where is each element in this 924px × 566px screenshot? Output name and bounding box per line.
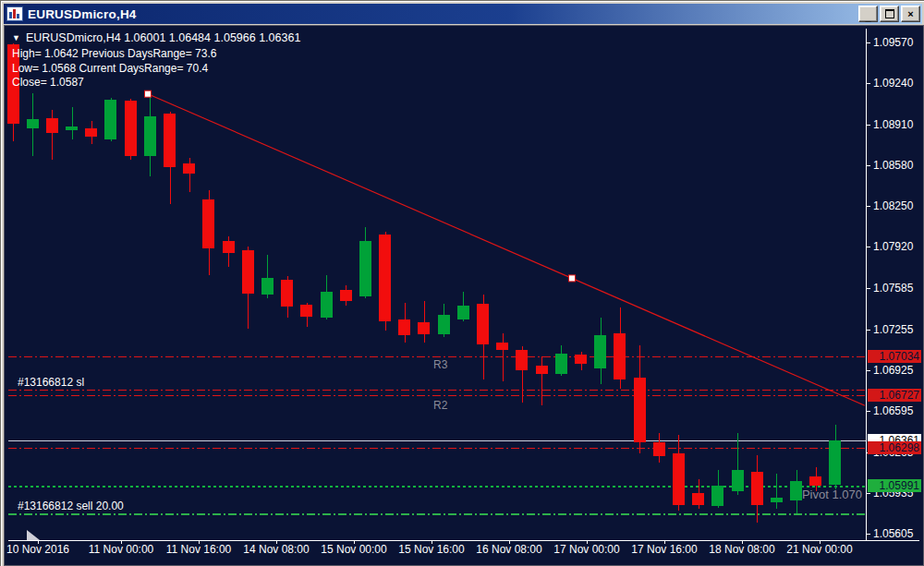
price-axis-label: 1.07585 [873, 282, 921, 295]
candle-body [27, 119, 39, 128]
annotation-r2: R2 [433, 399, 447, 412]
candle-wick [72, 107, 73, 139]
price-axis-label: 1.08910 [873, 118, 921, 131]
candle-body [261, 278, 274, 295]
time-axis-label: 10 Nov 2016 [4, 543, 79, 556]
candle-body [829, 440, 841, 485]
candle-body [66, 126, 78, 130]
chart-header: ▼EURUSDmicro,H4 1.06001 1.06484 1.05966 … [12, 31, 300, 90]
candle-body [183, 163, 195, 174]
candle-body [634, 378, 646, 442]
minimize-icon: _ [865, 12, 870, 21]
candle-body [398, 319, 410, 335]
candle-body [340, 290, 352, 301]
candle-body [379, 235, 391, 321]
window-titlebar[interactable]: EURUSDmicro,H4 _ × [4, 4, 922, 24]
candle-body [496, 343, 508, 350]
symbol-dropdown-arrow[interactable]: ▼ [12, 33, 20, 42]
indicator-high-line: High= 1.0642 Previous DaysRange= 73.6 [12, 47, 300, 62]
close-button[interactable]: × [901, 6, 920, 22]
price-axis-label: 1.09570 [873, 36, 921, 49]
candle-body [321, 292, 333, 318]
order-open-line-label: #13166812 sell 20.00 [18, 500, 124, 512]
price-axis-tick [866, 125, 870, 126]
chart-shift-marker [27, 530, 40, 540]
candle-body [418, 322, 430, 334]
price-axis-label: 1.06595 [873, 404, 921, 417]
candle-body [555, 354, 567, 374]
candle-body [46, 118, 58, 133]
candle-body [575, 355, 587, 364]
price-axis-tick [866, 493, 870, 494]
price-axis-label: 1.07920 [873, 240, 921, 253]
price-axis-label: 1.06925 [873, 364, 921, 377]
candle-body [673, 453, 685, 505]
price-badge: 1.07034 [868, 350, 921, 363]
candle-body [144, 116, 156, 156]
candle-body [125, 101, 137, 156]
candle-body [104, 100, 116, 139]
candle-body [438, 315, 450, 334]
price-axis-label: 1.09240 [873, 77, 921, 90]
minimize-button[interactable]: _ [858, 6, 878, 22]
trendline-mid-marker[interactable] [569, 275, 576, 282]
time-axis-label: 18 Nov 08:00 [700, 543, 784, 556]
price-axis-tick [866, 288, 870, 289]
time-axis-label: 15 Nov 16:00 [390, 543, 473, 556]
price-axis-label: 1.05605 [873, 527, 921, 540]
candle-body [653, 442, 665, 456]
time-axis-label: 21 Nov 00:00 [778, 543, 861, 556]
time-axis-line [8, 540, 919, 541]
price-axis-tick [866, 534, 870, 535]
candle-body [516, 350, 528, 370]
candle-body [359, 241, 371, 296]
candle-body [281, 280, 293, 307]
candle-body [711, 486, 723, 506]
order-stoploss-line-label: #13166812 sl [18, 376, 84, 389]
candle-body [536, 366, 548, 374]
time-axis-label: 15 Nov 00:00 [312, 543, 395, 556]
candle-body [164, 114, 176, 167]
time-axis-label: 17 Nov 16:00 [623, 543, 706, 556]
chart-plot-area[interactable]: #13166812 sl#13166812 sell 20.001.095701… [4, 25, 924, 566]
time-axis-label: 14 Nov 08:00 [235, 543, 318, 556]
order-open-line[interactable] [8, 513, 866, 515]
annotation-r3: R3 [433, 358, 447, 371]
price-axis-label: 1.08250 [873, 199, 921, 212]
restore-button[interactable] [880, 6, 899, 22]
annotation-pivot: Pivot 1.070 [723, 488, 862, 501]
candle-wick [503, 333, 504, 381]
candle-body [809, 476, 821, 486]
time-axis-label: 11 Nov 16:00 [157, 543, 240, 556]
candle-body [692, 493, 704, 505]
order-stoploss-line[interactable] [8, 390, 866, 391]
restore-icon [885, 9, 894, 18]
price-badge: 1.06298 [868, 441, 921, 454]
candle-body [594, 335, 606, 368]
candle-body [85, 128, 97, 137]
price-axis-line [866, 29, 867, 540]
price-axis-label: 1.07255 [873, 323, 921, 336]
price-badge: 1.05991 [868, 479, 921, 492]
pivot-r2-line [8, 395, 866, 396]
price-axis-tick [866, 370, 870, 371]
price-axis-tick [866, 165, 870, 166]
candle-body [614, 333, 626, 379]
price-axis-tick [866, 206, 870, 207]
price-axis-tick [866, 83, 870, 84]
indicator-low-line: Low= 1.0568 Current DaysRange= 70.4 [12, 62, 300, 77]
price-axis-label: 1.08580 [873, 159, 921, 172]
candle-body [223, 241, 235, 253]
trendline[interactable] [148, 94, 865, 406]
candle-body [477, 304, 489, 344]
close-icon: × [907, 9, 913, 18]
candle-body [242, 250, 254, 294]
candle-wick [541, 356, 542, 405]
candle-body [202, 199, 214, 248]
price-axis-tick [866, 42, 870, 43]
symbol-ohlc-line: EURUSDmicro,H4 1.06001 1.06484 1.05966 1… [26, 31, 300, 44]
price-badge: 1.06727 [868, 389, 921, 402]
chart-window: EURUSDmicro,H4 _ × #13166812 sl#13166812… [0, 0, 924, 566]
chart-client-area: #13166812 sl#13166812 sell 20.001.095701… [4, 25, 924, 566]
chart-window-icon [6, 6, 23, 21]
